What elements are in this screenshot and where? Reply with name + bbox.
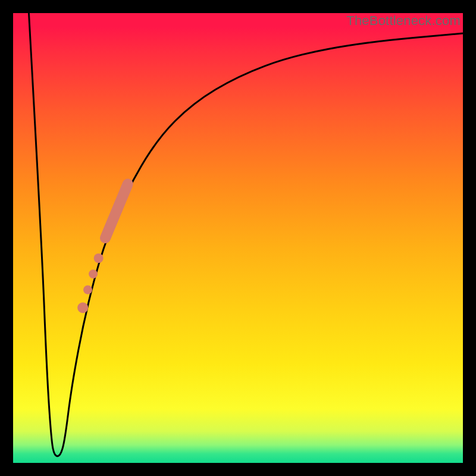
bottleneck-curve — [29, 13, 463, 456]
chart-svg — [13, 13, 463, 463]
highlight-dot — [89, 270, 98, 278]
watermark-text: TheBottleneck.com — [346, 13, 461, 29]
plot-frame: TheBottleneck.com — [13, 13, 463, 463]
highlight-dots — [77, 253, 103, 313]
highlight-dot — [77, 302, 88, 313]
plot-area: TheBottleneck.com — [13, 13, 463, 463]
highlight-bar — [105, 184, 128, 238]
highlight-dot — [83, 285, 92, 294]
highlight-dot — [94, 253, 104, 263]
